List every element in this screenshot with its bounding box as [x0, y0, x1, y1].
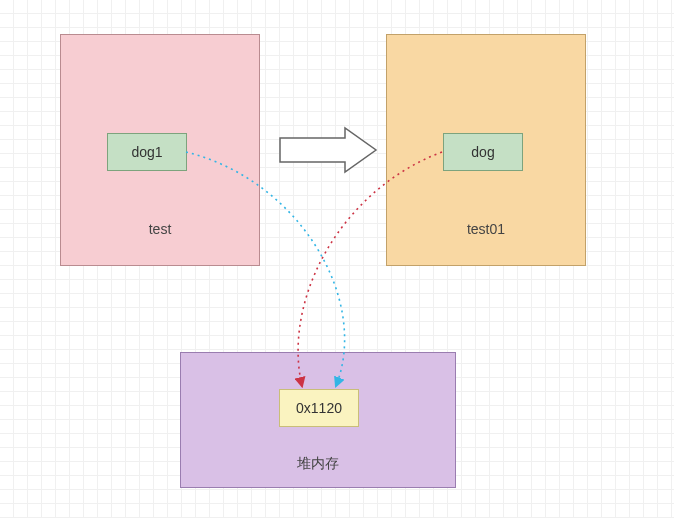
box-dog1: dog1 [107, 133, 187, 171]
label-test: test [61, 221, 259, 237]
label-dog1: dog1 [131, 144, 162, 160]
label-heap: 堆内存 [181, 455, 455, 473]
label-address: 0x1120 [296, 400, 342, 416]
box-test01: dog test01 [386, 34, 586, 266]
box-test: dog1 test [60, 34, 260, 266]
label-dog: dog [471, 144, 494, 160]
arrow-test-to-test01 [280, 128, 376, 172]
box-dog: dog [443, 133, 523, 171]
box-address: 0x1120 [279, 389, 359, 427]
label-test01: test01 [387, 221, 585, 237]
box-heap: 0x1120 堆内存 [180, 352, 456, 488]
